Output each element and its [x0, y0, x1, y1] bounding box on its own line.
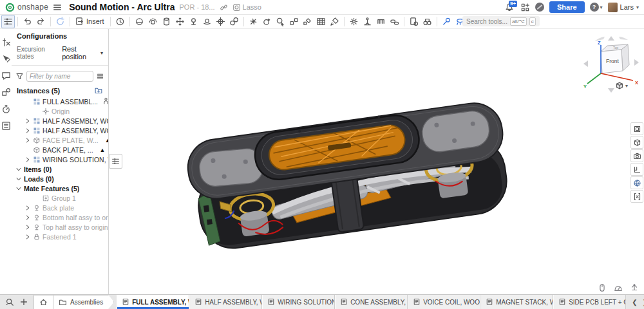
mate[interactable] — [133, 15, 146, 28]
user-menu[interactable]: Lars ▾ — [608, 3, 639, 12]
breadcrumb-assemblies[interactable]: Assemblies — [53, 295, 114, 309]
tree-item-group-1[interactable]: Group 1 — [12, 193, 108, 203]
tree-item-half-assembly-1[interactable]: HALF ASSEMBLY, WOOFER, ... — [12, 116, 108, 126]
undo[interactable] — [21, 15, 34, 28]
tab-side-pcb[interactable]: SIDE PCB LEFT + CON... — [553, 295, 626, 309]
performance-gauge[interactable] — [614, 283, 623, 292]
view-cube[interactable]: Front Top Z Y X — [582, 35, 641, 94]
tree-item-half-assembly-2[interactable]: HALF ASSEMBLY, WOOFER, ... — [12, 126, 108, 135]
bom-table[interactable] — [314, 15, 328, 28]
insert-instance-icon[interactable] — [94, 86, 103, 95]
tree-item-back-plate[interactable]: BACK PLATE, ... ▲ — [12, 145, 108, 154]
graphics-viewport[interactable]: Front Top Z Y X ▾ — [109, 28, 644, 294]
units-settings[interactable] — [630, 283, 639, 292]
update-linked[interactable] — [53, 15, 67, 28]
tab-half-assembly[interactable]: HALF ASSEMBLY, WOO... — [189, 295, 262, 309]
onshape-logo[interactable]: onshape — [5, 3, 48, 12]
frame-tool[interactable] — [361, 15, 374, 28]
replicate[interactable] — [287, 15, 301, 28]
belt-tool[interactable] — [388, 15, 401, 28]
expand-chevron-icon[interactable] — [24, 118, 31, 124]
tab-magnet-stack[interactable]: MAGNET STACK, WOO... — [480, 295, 553, 309]
expand-chevron-icon[interactable] — [15, 166, 22, 173]
filter-input[interactable] — [26, 71, 93, 82]
configuration-dropdown[interactable]: Excursion states Rest position ▾ — [17, 45, 103, 61]
pattern[interactable] — [301, 15, 314, 28]
fastened-mate[interactable] — [214, 15, 227, 28]
tabs-scroll-left[interactable]: ❮ — [630, 299, 639, 306]
share-button[interactable]: Share — [549, 1, 585, 13]
expand-chevron-icon[interactable] — [24, 205, 31, 211]
help-menu[interactable]: ? ▾ — [590, 3, 603, 12]
ball-mate[interactable] — [200, 15, 214, 28]
sheet-panel[interactable] — [630, 163, 643, 176]
tree-item-back-plate-mate[interactable]: Back plate — [12, 203, 108, 212]
tree-section-items[interactable]: Items (0) — [12, 164, 108, 174]
expand-chevron-icon[interactable] — [24, 127, 31, 134]
display-states-panel[interactable] — [630, 122, 643, 135]
comments-panel[interactable] — [1, 71, 11, 80]
configurations-tool[interactable] — [347, 15, 361, 28]
versions-panel[interactable] — [1, 88, 11, 97]
edit-appearance-panel[interactable] — [1, 54, 11, 64]
render-panel[interactable] — [630, 149, 643, 162]
tree-section-loads[interactable]: Loads (0) — [12, 174, 108, 183]
tab-wiring-solution[interactable]: WIRING SOLUTION, WO... — [262, 295, 335, 309]
notifications-button[interactable]: 9+ — [505, 2, 515, 12]
tabs-scroll-right[interactable]: ❯ — [641, 299, 644, 306]
feature-tree-toggle[interactable] — [1, 15, 15, 28]
bom-panel[interactable] — [1, 121, 11, 131]
view-options-button[interactable]: ▾ — [615, 81, 628, 90]
main-menu-icon[interactable] — [53, 3, 62, 12]
filter-funnel-icon[interactable] — [15, 72, 24, 80]
named-positions[interactable] — [113, 15, 127, 28]
redo[interactable] — [34, 15, 48, 28]
tab-cone-assembly[interactable]: CONE ASSEMBLY, WO... — [335, 295, 408, 309]
search-tools[interactable]: Search tools... alt/⌥ c — [462, 16, 540, 26]
revolute-mate[interactable] — [146, 15, 160, 28]
expand-chevron-icon[interactable] — [24, 156, 31, 163]
parts-panel[interactable] — [630, 136, 643, 149]
status-icon[interactable] — [535, 3, 544, 12]
sim-probe[interactable] — [440, 15, 453, 28]
tree-item-origin[interactable]: Origin — [12, 106, 108, 116]
tree-item-fastened-1[interactable]: Fastened 1 — [12, 232, 108, 241]
find-tool[interactable] — [421, 15, 434, 28]
tangent-mate[interactable] — [227, 15, 241, 28]
appearance-tool[interactable] — [328, 15, 341, 28]
lasso-chip[interactable]: Lasso — [232, 3, 261, 12]
apps-icon[interactable] — [520, 3, 530, 12]
expand-chevron-icon[interactable] — [15, 176, 22, 182]
expand-chevron-icon[interactable] — [24, 234, 31, 240]
expand-chevron-icon[interactable] — [15, 185, 22, 192]
slider-mate[interactable] — [173, 15, 187, 28]
tab-voice-coil[interactable]: VOICE COIL, WOOFER, ... — [408, 295, 480, 309]
mouse-hints[interactable] — [598, 283, 607, 292]
insert[interactable]: Insert — [73, 15, 108, 28]
list-view-icon[interactable] — [96, 72, 104, 80]
explode-view[interactable] — [247, 15, 260, 28]
add-tab-icon[interactable] — [19, 297, 28, 306]
tree-item-bottom-half-assy[interactable]: Bottom half assy to origin — [12, 212, 108, 222]
home-tab-button[interactable] — [33, 295, 53, 309]
snapshot[interactable] — [260, 15, 274, 28]
selection-tool[interactable] — [274, 15, 287, 28]
tree-item-wiring-solution[interactable]: WIRING SOLUTION, WOOFER,... — [12, 154, 108, 164]
comb-analysis[interactable] — [374, 15, 388, 28]
variables-panel[interactable] — [1, 37, 11, 47]
history-panel[interactable] — [1, 104, 11, 114]
expand-chevron-icon[interactable] — [24, 137, 31, 144]
expand-chevron-icon[interactable] — [24, 214, 31, 221]
tab-full-assembly[interactable]: FULL ASSEMBLY, WOO... — [117, 295, 189, 309]
materials-panel[interactable] — [630, 176, 643, 189]
tree-section-mate-features[interactable]: Mate Features (5) — [12, 183, 108, 193]
pin-slot-mate[interactable] — [187, 15, 200, 28]
tree-item-full-assembly[interactable]: FULL ASSEMBL... — [12, 97, 108, 106]
document-properties[interactable] — [407, 15, 421, 28]
link-icon[interactable] — [220, 3, 228, 12]
panel-structure-toggle[interactable] — [109, 154, 122, 169]
tree-item-face-plate[interactable]: FACE PLATE, W... ▲ — [12, 135, 108, 145]
document-version[interactable]: POR - 18... — [180, 3, 215, 11]
speaker-assembly-model[interactable] — [171, 95, 544, 255]
tree-item-top-half-assy[interactable]: Top half assy to origin — [12, 222, 108, 232]
